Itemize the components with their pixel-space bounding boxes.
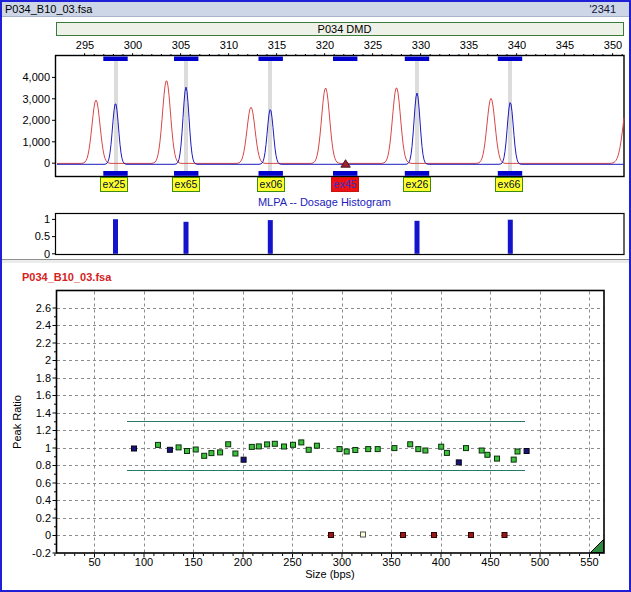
svg-text:150: 150 [184, 556, 202, 568]
svg-text:2.6: 2.6 [36, 302, 51, 314]
svg-text:0.4: 0.4 [36, 494, 51, 506]
svg-text:1.8: 1.8 [36, 372, 51, 384]
svg-text:4,000: 4,000 [22, 71, 50, 83]
svg-text:400: 400 [432, 556, 450, 568]
svg-text:1,000: 1,000 [22, 136, 50, 148]
svg-text:1: 1 [44, 213, 50, 225]
svg-text:0: 0 [44, 248, 50, 260]
svg-text:250: 250 [283, 556, 301, 568]
svg-text:0.5: 0.5 [35, 230, 50, 242]
svg-text:0: 0 [44, 157, 50, 169]
svg-text:500: 500 [531, 556, 549, 568]
svg-text:50: 50 [88, 556, 100, 568]
svg-text:1: 1 [45, 442, 51, 454]
svg-text:0.2: 0.2 [36, 512, 51, 524]
svg-text:-0.2: -0.2 [32, 547, 51, 559]
svg-text:550: 550 [580, 556, 598, 568]
svg-text:300: 300 [333, 556, 351, 568]
svg-text:0.8: 0.8 [36, 459, 51, 471]
svg-text:1.6: 1.6 [36, 389, 51, 401]
svg-text:2.4: 2.4 [36, 319, 51, 331]
svg-text:Peak Ratio: Peak Ratio [11, 395, 23, 449]
svg-text:2: 2 [45, 354, 51, 366]
svg-text:450: 450 [481, 556, 499, 568]
svg-text:2.2: 2.2 [36, 337, 51, 349]
svg-text:0: 0 [45, 529, 51, 541]
svg-text:1.2: 1.2 [36, 424, 51, 436]
svg-text:1.4: 1.4 [36, 407, 51, 419]
svg-text:2,000: 2,000 [22, 114, 50, 126]
svg-text:Size (bps): Size (bps) [305, 568, 355, 580]
svg-text:100: 100 [135, 556, 153, 568]
svg-text:350: 350 [382, 556, 400, 568]
svg-text:3,000: 3,000 [22, 93, 50, 105]
svg-text:200: 200 [234, 556, 252, 568]
svg-text:0.6: 0.6 [36, 477, 51, 489]
